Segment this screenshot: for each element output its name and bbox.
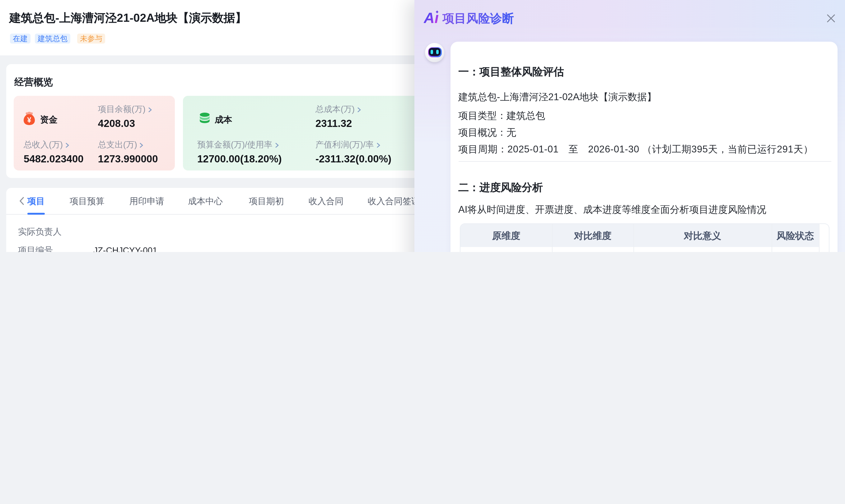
svg-text:¥: ¥ [27, 116, 31, 124]
